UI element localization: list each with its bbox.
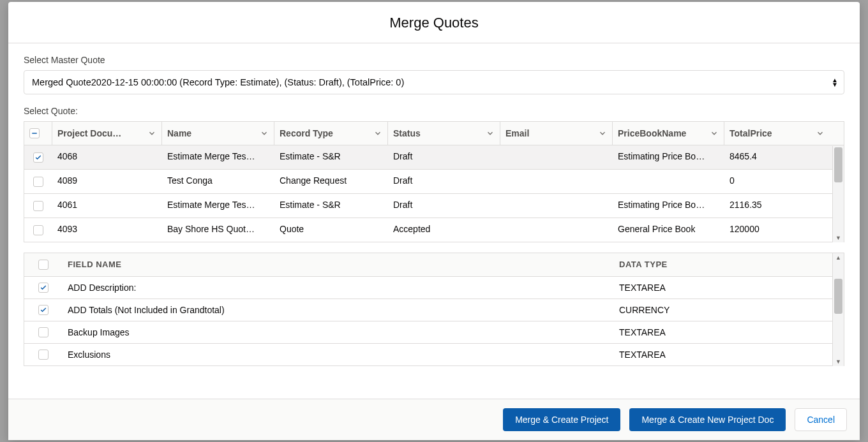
quote-email xyxy=(500,170,613,193)
master-quote-label: Select Master Quote xyxy=(24,55,844,65)
quote-email xyxy=(500,194,613,217)
field-table-head: FIELD NAME DATA TYPE xyxy=(24,253,844,277)
master-quote-select-wrap: Merged Quote2020-12-15 00:00:00 (Record … xyxy=(24,70,844,94)
quote-row-checkbox[interactable] xyxy=(33,177,43,187)
quote-header-checkbox-cell xyxy=(24,122,52,145)
scroll-thumb[interactable] xyxy=(834,147,842,182)
field-col-name: FIELD NAME xyxy=(63,253,614,276)
quote-email xyxy=(500,218,613,242)
quote-status: Draft xyxy=(388,194,500,217)
field-table-body: ADD Description:TEXTAREAADD Totals (Not … xyxy=(24,277,844,366)
quote-record-type: Estimate - S&R xyxy=(274,145,388,169)
cancel-button[interactable]: Cancel xyxy=(795,408,847,431)
quote-doc: 4089 xyxy=(52,170,162,193)
quote-name: Bay Shore HS Quot… xyxy=(162,218,274,242)
quote-status: Draft xyxy=(388,145,500,169)
quote-row-checkbox-cell xyxy=(24,194,52,217)
chevron-down-icon xyxy=(260,129,269,138)
field-type: TEXTAREA xyxy=(614,344,844,365)
select-all-fields-checkbox[interactable] xyxy=(38,260,49,270)
quote-email xyxy=(500,145,613,169)
chevron-down-icon xyxy=(816,129,825,138)
quote-doc: 4093 xyxy=(52,218,162,242)
quote-price-book: Estimating Price Bo… xyxy=(613,194,724,217)
chevron-down-icon xyxy=(598,129,607,138)
quote-name: Test Conga xyxy=(162,170,274,193)
field-col-type: DATA TYPE xyxy=(614,253,844,276)
modal-body: Select Master Quote Merged Quote2020-12-… xyxy=(8,43,860,399)
quote-col-price-book[interactable]: PriceBookName xyxy=(613,122,724,145)
field-row-checkbox-cell xyxy=(24,321,63,343)
quote-row-checkbox-cell xyxy=(24,218,52,242)
field-row[interactable]: Backup ImagesTEXTAREA xyxy=(24,321,844,344)
select-quote-label: Select Quote: xyxy=(24,106,844,116)
quote-col-name[interactable]: Name xyxy=(162,122,274,145)
chevron-down-icon xyxy=(373,129,382,138)
quote-table-head: Project Docu… Name Record Type Status Em… xyxy=(24,122,844,145)
quote-price-book: General Price Book xyxy=(613,218,724,242)
quote-col-total[interactable]: TotalPrice xyxy=(724,122,830,145)
field-name: Exclusions xyxy=(63,344,614,365)
quote-row[interactable]: 4093Bay Shore HS Quot…QuoteAcceptedGener… xyxy=(24,218,844,242)
quote-record-type: Estimate - S&R xyxy=(274,194,388,217)
modal-footer: Merge & Create Project Merge & Create Ne… xyxy=(8,399,860,440)
field-row[interactable]: ADD Totals (Not Included in Grandtotal)C… xyxy=(24,299,844,321)
quote-row-checkbox[interactable] xyxy=(33,152,43,163)
modal-title: Merge Quotes xyxy=(8,15,860,31)
quote-price-book xyxy=(613,170,724,193)
chevron-down-icon xyxy=(147,129,156,138)
chevron-up-icon: ▲ xyxy=(833,254,844,261)
modal-header: Merge Quotes xyxy=(8,2,860,43)
quote-row[interactable]: 4089Test CongaChange RequestDraft0 xyxy=(24,170,844,194)
field-header-checkbox-cell xyxy=(24,253,63,276)
quote-col-record-type[interactable]: Record Type xyxy=(274,122,388,145)
master-quote-select[interactable]: Merged Quote2020-12-15 00:00:00 (Record … xyxy=(24,70,844,94)
field-row-checkbox-cell xyxy=(24,277,63,298)
merge-create-project-button[interactable]: Merge & Create Project xyxy=(503,408,620,431)
scroll-thumb[interactable] xyxy=(834,279,842,314)
field-row-checkbox-cell xyxy=(24,344,63,365)
quote-table: Project Docu… Name Record Type Status Em… xyxy=(24,121,844,242)
quote-table-scrollbar[interactable]: ▼ xyxy=(832,146,844,242)
select-all-quotes-checkbox[interactable] xyxy=(29,128,40,138)
merge-create-project-doc-button[interactable]: Merge & Create New Project Doc xyxy=(629,408,786,431)
chevron-down-icon xyxy=(710,129,719,138)
quote-name: Estimate Merge Tes… xyxy=(162,194,274,217)
field-row[interactable]: ADD Description:TEXTAREA xyxy=(24,277,844,299)
field-row-checkbox[interactable] xyxy=(38,350,49,360)
field-name: Backup Images xyxy=(63,321,614,343)
quote-col-doc[interactable]: Project Docu… xyxy=(52,122,162,145)
field-name: ADD Description: xyxy=(63,277,614,298)
quote-total: 0 xyxy=(724,170,830,193)
quote-status: Draft xyxy=(388,170,500,193)
quote-name: Estimate Merge Tes… xyxy=(162,145,274,169)
field-row[interactable]: ExclusionsTEXTAREA xyxy=(24,344,844,366)
quote-row[interactable]: 4068Estimate Merge Tes…Estimate - S&RDra… xyxy=(24,145,844,170)
quote-row-checkbox-cell xyxy=(24,145,52,169)
field-row-checkbox[interactable] xyxy=(38,283,49,293)
quote-price-book: Estimating Price Bo… xyxy=(613,145,724,169)
field-name: ADD Totals (Not Included in Grandtotal) xyxy=(63,299,614,321)
field-table: FIELD NAME DATA TYPE ADD Description:TEX… xyxy=(24,253,844,366)
quote-record-type: Quote xyxy=(274,218,388,242)
field-row-checkbox-cell xyxy=(24,299,63,321)
merge-quotes-modal: Merge Quotes Select Master Quote Merged … xyxy=(8,2,860,440)
field-table-scrollbar[interactable]: ▲ ▼ xyxy=(832,253,844,366)
quote-doc: 4068 xyxy=(52,145,162,169)
quote-row-checkbox-cell xyxy=(24,170,52,193)
field-type: CURRENCY xyxy=(614,299,844,321)
quote-col-status[interactable]: Status xyxy=(388,122,500,145)
chevron-down-icon xyxy=(486,129,495,138)
field-row-checkbox[interactable] xyxy=(38,327,49,337)
quote-row[interactable]: 4061Estimate Merge Tes…Estimate - S&RDra… xyxy=(24,194,844,218)
quote-row-checkbox[interactable] xyxy=(33,201,43,211)
svg-rect-0 xyxy=(32,133,37,134)
field-type: TEXTAREA xyxy=(614,321,844,343)
quote-status: Accepted xyxy=(388,218,500,242)
quote-total: 120000 xyxy=(724,218,830,242)
field-row-checkbox[interactable] xyxy=(38,305,49,315)
chevron-down-icon: ▼ xyxy=(833,358,844,365)
field-type: TEXTAREA xyxy=(614,277,844,298)
quote-row-checkbox[interactable] xyxy=(33,225,43,235)
quote-col-email[interactable]: Email xyxy=(500,122,613,145)
